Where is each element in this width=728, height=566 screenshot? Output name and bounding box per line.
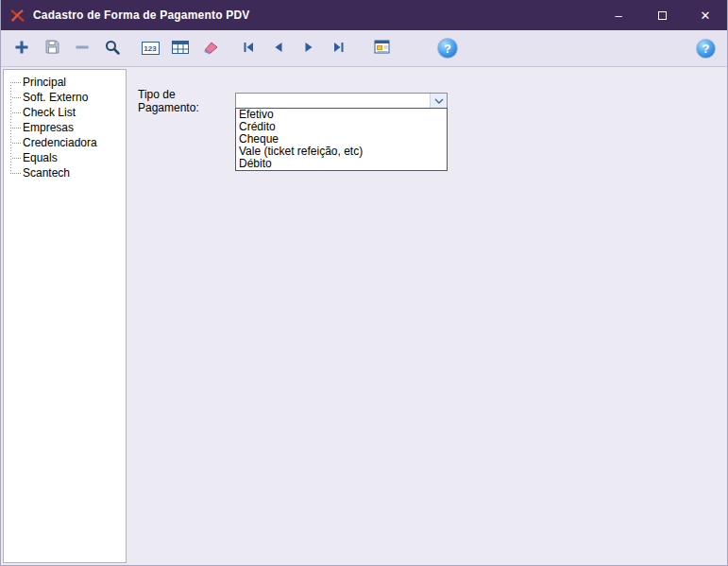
combobox-value (236, 94, 430, 110)
search-icon (104, 39, 121, 59)
sidebar-item-scantech[interactable]: Scantech (6, 165, 124, 180)
nav-first-icon (241, 40, 256, 58)
help-icon[interactable]: ? (696, 39, 716, 59)
report-button[interactable] (369, 35, 396, 61)
dropdown-option-credito[interactable]: Crédito (236, 121, 447, 133)
window-title: Cadastro de Forma de Pagamento PDV (33, 9, 250, 22)
window-controls: – ✕ (597, 0, 727, 30)
delete-button[interactable] (69, 35, 95, 61)
sidebar-item-principal[interactable]: Principal (6, 75, 124, 90)
search-button[interactable] (99, 35, 126, 61)
app-window: Cadastro de Forma de Pagamento PDV – ✕ (0, 0, 728, 566)
app-body: Principal Soft. Externo Check List Empre… (1, 67, 727, 565)
help-button[interactable]: ? (437, 38, 458, 59)
maximize-icon (658, 11, 667, 20)
eraser-icon (202, 40, 219, 58)
sidebar-nav: Principal Soft. Externo Check List Empre… (3, 69, 127, 563)
chevron-down-icon[interactable] (430, 94, 447, 110)
sidebar-item-empresas[interactable]: Empresas (6, 120, 124, 135)
sidebar-item-check-list[interactable]: Check List (6, 105, 124, 120)
counter-button[interactable]: 123 (137, 35, 163, 61)
dropdown-option-debito[interactable]: Débito (236, 158, 447, 170)
add-button[interactable] (8, 35, 35, 61)
table-icon (172, 41, 189, 57)
main-panel: Tipo de Pagamento: Efetivo Crédito Chequ… (127, 69, 725, 563)
payment-type-dropdown: Efetivo Crédito Cheque Vale (ticket refe… (235, 108, 448, 171)
maximize-button[interactable] (640, 0, 684, 30)
sidebar-item-soft-externo[interactable]: Soft. Externo (6, 90, 124, 105)
sidebar-item-equals[interactable]: Equals (6, 150, 124, 165)
minimize-button[interactable]: – (597, 0, 640, 30)
dropdown-option-cheque[interactable]: Cheque (236, 133, 447, 146)
last-record-button[interactable] (326, 35, 352, 61)
save-icon (44, 39, 60, 58)
report-icon (374, 40, 391, 58)
previous-record-button[interactable] (265, 35, 292, 61)
payment-type-label: Tipo de Pagamento: (138, 88, 235, 114)
app-icon (10, 8, 25, 23)
table-button[interactable] (167, 35, 194, 61)
dropdown-option-vale[interactable]: Vale (ticket refeição, etc) (236, 146, 447, 158)
minus-icon (75, 40, 90, 58)
dropdown-option-efetivo[interactable]: Efetivo (236, 109, 447, 121)
sidebar-item-credenciadora[interactable]: Credenciadora (6, 135, 124, 150)
counter-icon: 123 (142, 42, 160, 55)
toolbar: 123 (1, 30, 727, 67)
nav-next-icon (301, 40, 316, 58)
erase-button[interactable] (197, 35, 224, 61)
next-record-button[interactable] (296, 35, 322, 61)
titlebar: Cadastro de Forma de Pagamento PDV – ✕ (1, 0, 727, 30)
first-record-button[interactable] (235, 35, 262, 61)
close-button[interactable]: ✕ (684, 0, 727, 30)
nav-last-icon (331, 40, 347, 58)
save-button[interactable] (39, 35, 65, 61)
plus-icon (14, 40, 29, 58)
nav-prev-icon (271, 40, 286, 58)
